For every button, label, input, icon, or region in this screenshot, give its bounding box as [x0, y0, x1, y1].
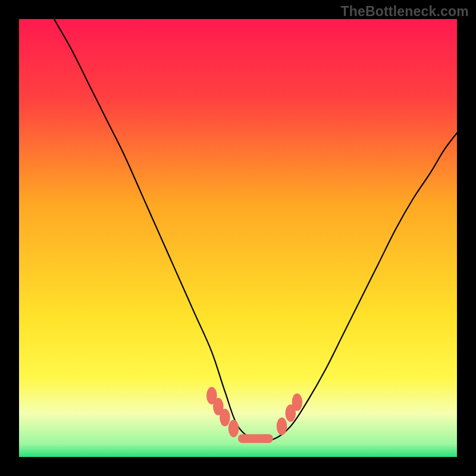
bottleneck-chart — [0, 0, 476, 476]
trough-marker-dot — [292, 393, 303, 411]
trough-marker-dot — [220, 409, 230, 426]
trough-marker-dot — [277, 418, 287, 435]
chart-container: { "watermark": "TheBottleneck.com", "cha… — [0, 0, 476, 476]
trough-bar — [238, 434, 273, 443]
watermark-text: TheBottleneck.com — [340, 4, 469, 20]
trough-marker-dot — [228, 419, 239, 437]
